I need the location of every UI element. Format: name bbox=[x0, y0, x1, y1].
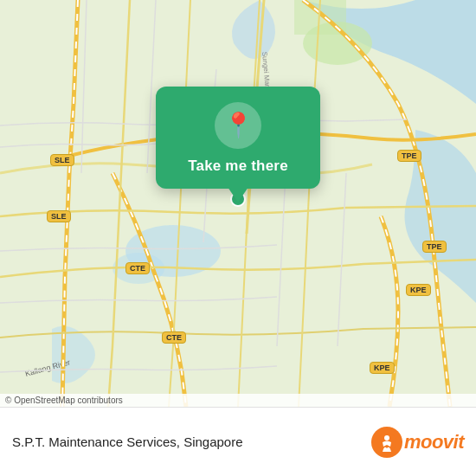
map-area: Kallang River bbox=[0, 0, 476, 407]
place-name: S.P.T. Maintenance Services, Singapore bbox=[12, 434, 243, 449]
road-badge-sle-mid: SLE bbox=[47, 210, 71, 222]
moovit-logo: moovit bbox=[371, 427, 464, 458]
road-badge-sle-top: SLE bbox=[50, 154, 74, 166]
road-badge-cte-top: CTE bbox=[125, 262, 150, 274]
moovit-brand-text: moovit bbox=[404, 431, 464, 453]
road-badge-kpe-bot: KPE bbox=[370, 362, 395, 374]
road-badge-kpe-mid: KPE bbox=[406, 284, 431, 296]
take-me-there-button[interactable]: Take me there bbox=[188, 158, 288, 175]
info-bar: S.P.T. Maintenance Services, Singapore m… bbox=[0, 407, 476, 476]
place-info: S.P.T. Maintenance Services, Singapore bbox=[12, 434, 243, 449]
map-background: Kallang River bbox=[0, 0, 476, 407]
map-attribution: © OpenStreetMap contributors bbox=[0, 394, 476, 407]
moovit-icon bbox=[371, 427, 402, 458]
location-icon-container: 📍 bbox=[215, 102, 261, 149]
road-badge-tpe-mid: TPE bbox=[422, 241, 447, 253]
location-pin-icon: 📍 bbox=[223, 113, 254, 138]
svg-point-9 bbox=[384, 435, 389, 441]
road-badge-tpe-top: TPE bbox=[397, 150, 421, 162]
road-badge-cte-bot: CTE bbox=[162, 331, 186, 344]
take-me-there-popup[interactable]: 📍 Take me there bbox=[156, 87, 320, 189]
app-container: Kallang River bbox=[0, 0, 476, 476]
moovit-icon-svg bbox=[377, 433, 396, 452]
